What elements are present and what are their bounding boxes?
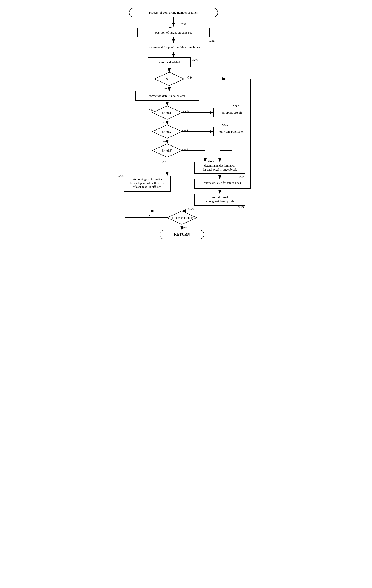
s228-yes-label: yes	[183, 226, 186, 229]
start-label: process of converting number of tones	[149, 11, 198, 14]
s220-label: S220	[208, 159, 214, 162]
s226-node-line1: determining dot formation	[131, 178, 163, 181]
s202-node: data are read for pixels within target b…	[146, 46, 200, 49]
s218-yes-label: yes	[163, 140, 166, 143]
s206-no-label: no	[164, 87, 167, 90]
s228-node: all blocks completed?	[168, 216, 196, 219]
s206-yes-label: yes	[188, 75, 192, 78]
s204-label: S204	[192, 58, 198, 61]
s200-node: position of target block is set	[155, 31, 192, 34]
s214-yes-label: yes	[163, 121, 166, 124]
s210-node: Bx>th1?	[162, 111, 173, 114]
s212-node: all pixels are off	[221, 111, 242, 114]
s224-node-line2: among peripheral pixels	[206, 200, 234, 203]
s226-node-line3: of each pixel is diffused	[133, 185, 161, 189]
s226-yes-label: yes	[163, 160, 166, 163]
s226-node-line2: for each pixel while the error	[130, 181, 164, 185]
s222-node: error calculated for target block	[204, 181, 241, 184]
return-label: RETURN	[174, 232, 190, 236]
s220-node-line2: for each pixel in target block	[203, 168, 237, 171]
s210-no-label: no	[186, 109, 188, 112]
s202-label: S202	[209, 40, 215, 43]
s216-label: S216	[222, 123, 228, 126]
s222-label: S222	[238, 176, 244, 179]
s224-label: S224	[238, 205, 244, 209]
s206-node: S=0?	[166, 77, 172, 81]
s218-node: Bx>th3?	[162, 149, 173, 152]
s200-label: S200	[180, 23, 186, 26]
s208-node: correction data Bx calculated	[149, 94, 186, 97]
s226-label: S226	[118, 174, 123, 178]
s214-node: Bx>th2?	[162, 130, 173, 133]
s204-node: sum S calculated	[158, 60, 180, 64]
s228-no-label: no	[149, 214, 152, 217]
s210-yes-side-label: yes	[149, 108, 153, 111]
s228-label: S228	[188, 207, 194, 210]
s224-node-line1: error diffused	[212, 196, 228, 199]
s214-no-label: no	[186, 127, 188, 131]
s212-label: S212	[233, 105, 239, 108]
s220-node-line1: determining dot formation	[204, 164, 235, 167]
diagram-container: process of converting number of tones S2…	[112, 4, 260, 240]
flowchart-svg: process of converting number of tones S2…	[112, 4, 260, 240]
s218-no-label: no	[186, 147, 188, 150]
